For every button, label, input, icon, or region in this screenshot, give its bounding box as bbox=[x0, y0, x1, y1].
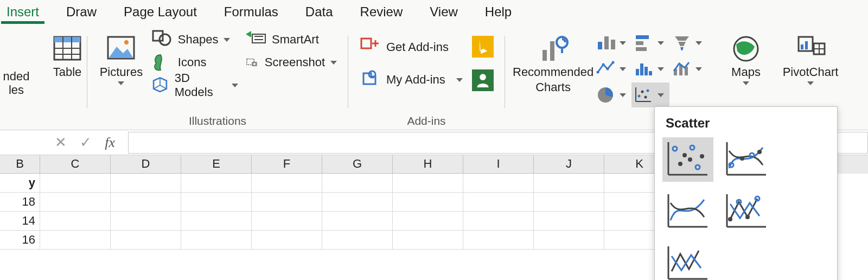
tab-help[interactable]: Help bbox=[482, 3, 515, 23]
3d-models-button[interactable]: 3D Models bbox=[148, 74, 241, 97]
column-header[interactable]: I bbox=[463, 155, 534, 174]
column-header[interactable]: B bbox=[0, 155, 40, 174]
maps-label: Maps bbox=[731, 65, 761, 79]
cell[interactable] bbox=[534, 231, 604, 250]
formula-enter-button[interactable]: ✓ bbox=[80, 134, 92, 151]
cell[interactable] bbox=[534, 212, 604, 231]
cell[interactable] bbox=[181, 231, 252, 250]
group-tables-partial: nded les bbox=[0, 28, 33, 130]
my-addins-label: My Add-ins bbox=[386, 73, 445, 87]
cell[interactable] bbox=[322, 193, 393, 212]
table-button[interactable]: Table bbox=[40, 28, 94, 79]
tab-formulas[interactable]: Formulas bbox=[221, 3, 282, 23]
get-addins-icon bbox=[359, 36, 381, 58]
column-header[interactable]: D bbox=[111, 155, 181, 174]
tab-draw[interactable]: Draw bbox=[63, 3, 100, 23]
cell[interactable] bbox=[393, 212, 463, 231]
recommended-pivottables-label: nded les bbox=[3, 69, 30, 97]
scatter-option-smooth-markers[interactable] bbox=[721, 137, 772, 182]
tab-view[interactable]: View bbox=[426, 3, 461, 23]
scatter-option-smooth[interactable] bbox=[662, 189, 713, 234]
column-header[interactable]: J bbox=[534, 155, 604, 174]
column-header[interactable]: C bbox=[40, 155, 111, 174]
smartart-button[interactable]: SmartArt bbox=[241, 28, 340, 51]
waterfall-chart-button[interactable] bbox=[669, 30, 707, 55]
tab-review[interactable]: Review bbox=[357, 3, 406, 23]
cell[interactable] bbox=[40, 193, 111, 212]
formula-cancel-button[interactable]: ✕ bbox=[55, 134, 67, 151]
cell[interactable] bbox=[534, 174, 604, 193]
cell[interactable] bbox=[181, 174, 252, 193]
pictures-button[interactable]: Pictures bbox=[95, 28, 148, 85]
cell[interactable] bbox=[393, 231, 463, 250]
line-chart-button[interactable] bbox=[593, 56, 631, 81]
chevron-down-icon bbox=[743, 81, 749, 85]
pivotchart-button[interactable]: PivotChart bbox=[778, 28, 843, 85]
cell[interactable] bbox=[40, 212, 111, 231]
group-label-illustrations: Illustrations bbox=[87, 114, 348, 128]
cell[interactable]: 16 bbox=[0, 231, 40, 250]
column-header[interactable]: G bbox=[322, 155, 393, 174]
cell[interactable] bbox=[181, 193, 252, 212]
cell[interactable] bbox=[463, 231, 534, 250]
maps-icon bbox=[731, 34, 761, 64]
combo-chart-button[interactable] bbox=[669, 56, 707, 81]
column-header[interactable]: F bbox=[252, 155, 322, 174]
column-header[interactable]: E bbox=[181, 155, 252, 174]
recommended-pivottables-button[interactable]: nded les bbox=[0, 28, 33, 97]
cell[interactable]: 18 bbox=[0, 193, 40, 212]
group-table-only: Table bbox=[33, 28, 87, 130]
cell[interactable] bbox=[463, 174, 534, 193]
cell[interactable] bbox=[252, 193, 322, 212]
cell[interactable] bbox=[322, 212, 393, 231]
cell[interactable] bbox=[40, 174, 111, 193]
tab-insert[interactable]: Insert bbox=[3, 3, 42, 23]
scatter-option-straight-markers[interactable] bbox=[721, 189, 772, 234]
cell[interactable] bbox=[181, 212, 252, 231]
cell[interactable] bbox=[40, 231, 111, 250]
cell[interactable] bbox=[252, 174, 322, 193]
scatter-option-straight[interactable] bbox=[662, 241, 713, 280]
cell[interactable] bbox=[252, 231, 322, 250]
icons-button[interactable]: Icons bbox=[148, 51, 241, 74]
smartart-icon bbox=[245, 29, 266, 50]
insert-function-button[interactable]: fx bbox=[105, 135, 115, 151]
histogram-chart-button[interactable] bbox=[631, 56, 669, 81]
cell[interactable]: 14 bbox=[0, 212, 40, 231]
chevron-down-icon bbox=[456, 78, 463, 82]
cell[interactable] bbox=[463, 193, 534, 212]
group-illustrations: Pictures Shapes Icons 3D Models bbox=[87, 28, 348, 130]
screenshot-button[interactable]: Screenshot bbox=[241, 51, 340, 74]
tab-page-layout[interactable]: Page Layout bbox=[120, 3, 200, 23]
tab-data[interactable]: Data bbox=[302, 3, 336, 23]
recommended-charts-button[interactable]: Recommended Charts bbox=[513, 28, 593, 94]
cell[interactable] bbox=[393, 193, 463, 212]
chevron-down-icon bbox=[658, 93, 664, 97]
cell[interactable] bbox=[252, 212, 322, 231]
column-header[interactable]: H bbox=[393, 155, 463, 174]
cell[interactable] bbox=[463, 212, 534, 231]
scatter-chart-button[interactable] bbox=[631, 82, 669, 107]
cell[interactable] bbox=[111, 212, 181, 231]
pivotchart-icon bbox=[795, 34, 826, 64]
cell[interactable] bbox=[322, 231, 393, 250]
shapes-button[interactable]: Shapes bbox=[148, 28, 241, 51]
cell[interactable] bbox=[393, 174, 463, 193]
cell[interactable] bbox=[322, 174, 393, 193]
scatter-option-markers[interactable] bbox=[662, 137, 713, 182]
chevron-down-icon bbox=[658, 67, 664, 71]
cell[interactable] bbox=[111, 174, 181, 193]
bing-addin-button[interactable] bbox=[472, 36, 494, 58]
maps-button[interactable]: Maps bbox=[719, 28, 773, 85]
my-addins-button[interactable]: My Add-ins bbox=[356, 68, 472, 91]
pivotchart-label: PivotChart bbox=[783, 65, 839, 79]
cell[interactable]: y bbox=[0, 174, 40, 193]
get-addins-button[interactable]: Get Add-ins bbox=[356, 36, 472, 59]
pie-chart-button[interactable] bbox=[593, 82, 631, 107]
cell[interactable] bbox=[111, 193, 181, 212]
bar-chart-button[interactable] bbox=[631, 30, 669, 55]
cell[interactable] bbox=[111, 231, 181, 250]
people-addin-button[interactable] bbox=[472, 69, 494, 91]
column-chart-button[interactable] bbox=[593, 30, 631, 55]
cell[interactable] bbox=[534, 193, 604, 212]
